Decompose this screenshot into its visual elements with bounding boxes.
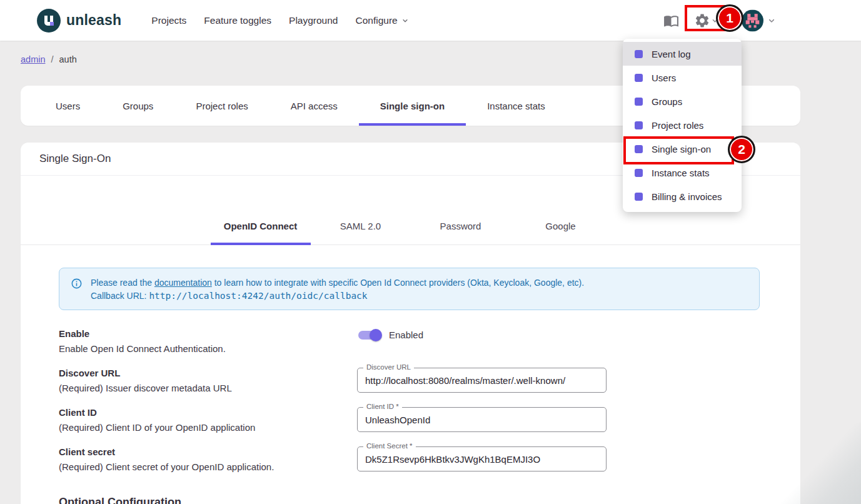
nav-links: Projects Feature toggles Playground Conf… bbox=[143, 9, 418, 33]
nav-playground[interactable]: Playground bbox=[280, 9, 346, 33]
menu-bullet-icon bbox=[635, 169, 643, 177]
nav-projects[interactable]: Projects bbox=[143, 9, 195, 33]
menu-item-billing-invoices[interactable]: Billing & invoices bbox=[623, 184, 742, 208]
enable-title: Enable bbox=[59, 328, 357, 339]
menu-bullet-icon bbox=[635, 193, 643, 201]
callback-label: Callback URL: bbox=[91, 291, 146, 301]
sso-content: Please read the documentation to learn h… bbox=[21, 268, 800, 504]
breadcrumb-current: auth bbox=[59, 54, 77, 64]
menu-bullet-icon bbox=[635, 50, 643, 58]
settings-gear-icon[interactable] bbox=[694, 13, 710, 29]
discover-url-input[interactable] bbox=[358, 368, 606, 392]
unleash-logo[interactable]: unleash bbox=[37, 9, 121, 33]
callback-url: http://localhost:4242/auth/oidc/callback bbox=[149, 291, 367, 301]
discover-url-row: Discover URL (Required) Issuer discover … bbox=[59, 368, 760, 393]
nav-configure[interactable]: Configure bbox=[346, 9, 418, 33]
breadcrumb: admin / auth bbox=[21, 54, 77, 64]
alert-text: Please read the documentation to learn h… bbox=[91, 276, 584, 302]
chevron-down-icon bbox=[401, 16, 410, 25]
optional-configuration-heading: Optional Configuration bbox=[59, 496, 760, 504]
client-secret-title: Client secret bbox=[59, 446, 357, 457]
discover-url-description: (Required) Issuer discover metadata URL bbox=[59, 383, 357, 393]
discover-url-field-label: Discover URL bbox=[363, 363, 414, 371]
sso-provider-tabs: OpenID Connect SAML 2.0 Password Google bbox=[21, 208, 800, 245]
client-id-row: Client ID (Required) Client ID of your O… bbox=[59, 407, 760, 433]
menu-item-users[interactable]: Users bbox=[623, 66, 742, 89]
menu-item-project-roles[interactable]: Project roles bbox=[623, 113, 742, 137]
toggle-label: Enabled bbox=[389, 330, 423, 340]
brand-name: unleash bbox=[66, 12, 121, 29]
tab-users[interactable]: Users bbox=[34, 86, 101, 126]
discover-url-field-wrap: Discover URL bbox=[357, 368, 607, 393]
tab-project-roles[interactable]: Project roles bbox=[174, 86, 269, 126]
subtab-saml[interactable]: SAML 2.0 bbox=[311, 208, 411, 244]
subtab-google[interactable]: Google bbox=[511, 208, 611, 244]
info-icon bbox=[71, 278, 83, 290]
client-secret-field-label: Client Secret * bbox=[363, 442, 416, 450]
client-secret-row: Client secret (Required) Client secret o… bbox=[59, 446, 760, 472]
client-id-field-label: Client ID * bbox=[363, 403, 402, 410]
client-id-input[interactable] bbox=[358, 408, 606, 431]
enable-toggle[interactable] bbox=[358, 331, 380, 340]
tab-instance-stats[interactable]: Instance stats bbox=[466, 86, 566, 126]
profile-chevron-down-icon[interactable] bbox=[767, 16, 777, 26]
menu-item-groups[interactable]: Groups bbox=[623, 89, 742, 113]
breadcrumb-admin-link[interactable]: admin bbox=[21, 54, 46, 64]
documentation-book-icon[interactable] bbox=[663, 13, 679, 28]
menu-bullet-icon bbox=[635, 145, 643, 153]
tab-groups[interactable]: Groups bbox=[101, 86, 174, 126]
settings-dropdown-menu: Event log Users Groups Project roles Sin… bbox=[623, 39, 742, 212]
menu-item-instance-stats[interactable]: Instance stats bbox=[623, 161, 742, 184]
unleash-logo-icon bbox=[37, 9, 61, 33]
tab-api-access[interactable]: API access bbox=[269, 86, 359, 126]
subtab-openid-connect[interactable]: OpenID Connect bbox=[211, 208, 311, 244]
client-secret-description: (Required) Client secret of your OpenID … bbox=[59, 461, 357, 472]
client-id-description: (Required) Client ID of your OpenID appl… bbox=[59, 422, 357, 433]
subtab-password[interactable]: Password bbox=[411, 208, 511, 244]
info-alert: Please read the documentation to learn h… bbox=[59, 268, 760, 310]
menu-bullet-icon bbox=[635, 98, 643, 106]
annotation-badge-2: 2 bbox=[728, 136, 755, 163]
menu-bullet-icon bbox=[635, 121, 643, 129]
discover-url-title: Discover URL bbox=[59, 368, 357, 378]
menu-bullet-icon bbox=[635, 74, 643, 82]
annotation-badge-1: 1 bbox=[716, 4, 743, 32]
client-id-field-wrap: Client ID * bbox=[357, 407, 607, 432]
toggle-thumb[interactable] bbox=[370, 329, 382, 341]
enable-row: Enable Enable Open Id Connect Authentica… bbox=[59, 328, 760, 354]
client-secret-input[interactable] bbox=[358, 447, 606, 471]
enable-description: Enable Open Id Connect Authentication. bbox=[59, 343, 357, 354]
menu-item-single-sign-on[interactable]: Single sign-on bbox=[623, 137, 742, 161]
avatar[interactable] bbox=[742, 9, 763, 31]
menu-item-event-log[interactable]: Event log bbox=[623, 42, 742, 66]
breadcrumb-separator: / bbox=[51, 54, 54, 64]
page-title: Single Sign-On bbox=[39, 153, 111, 165]
tab-single-sign-on[interactable]: Single sign-on bbox=[359, 86, 466, 126]
nav-feature-toggles[interactable]: Feature toggles bbox=[195, 9, 280, 33]
documentation-link[interactable]: documentation bbox=[154, 278, 212, 288]
client-secret-field-wrap: Client Secret * bbox=[357, 446, 607, 471]
client-id-title: Client ID bbox=[59, 407, 357, 418]
